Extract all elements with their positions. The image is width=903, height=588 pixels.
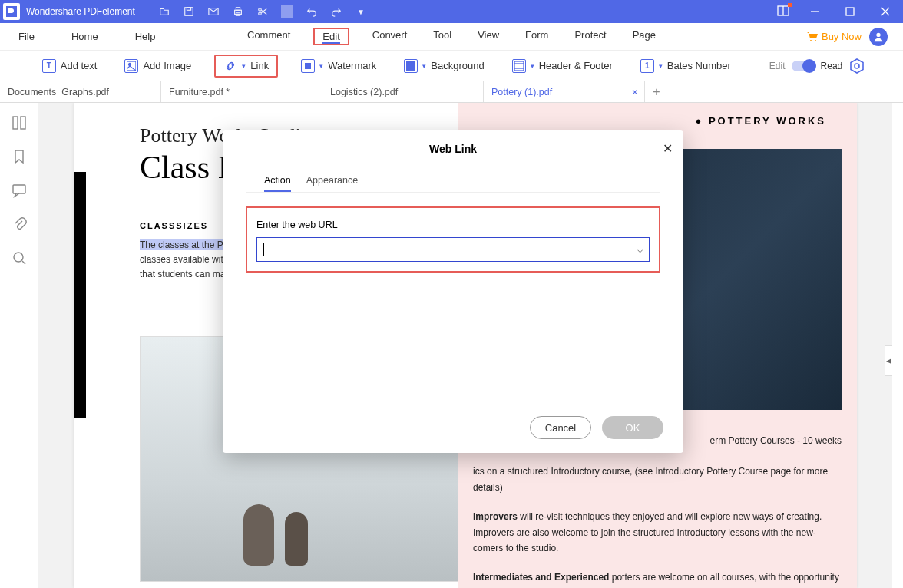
tool-add-text[interactable]: T Add text (38, 58, 102, 74)
chevron-down-icon: ▾ (319, 62, 323, 70)
thumbnails-icon[interactable] (12, 115, 27, 130)
scissors-icon[interactable] (256, 5, 269, 18)
dialog-tab-appearance[interactable]: Appearance (306, 170, 358, 192)
menu-file[interactable]: File (15, 29, 38, 44)
undo-icon[interactable] (306, 5, 318, 18)
dialog-ok-button[interactable]: OK (602, 416, 663, 439)
maximize-button[interactable] (832, 0, 868, 23)
settings-hex-icon[interactable] (848, 58, 865, 74)
dialog-close-button[interactable]: ✕ (663, 141, 673, 156)
tool-watermark-label: Watermark (328, 60, 376, 71)
save-icon[interactable] (183, 5, 195, 18)
menu-convert[interactable]: Convert (369, 28, 411, 45)
link-icon (223, 59, 237, 73)
print-icon[interactable] (232, 5, 244, 18)
chevron-down-icon: ▾ (422, 62, 426, 70)
buy-now-link[interactable]: Buy Now (806, 31, 862, 43)
dropdown-icon[interactable]: ▼ (355, 5, 367, 18)
title-tool-icons: ▼ (158, 5, 367, 18)
url-input[interactable] (264, 244, 637, 256)
menu-edit-highlighted[interactable]: Edit (313, 28, 349, 45)
doc-brand: ● POTTERY WORKS (695, 115, 826, 127)
tool-header-footer-label: Header & Footer (539, 60, 613, 71)
menubar: File Home Help Comment Edit Convert Tool… (0, 23, 903, 51)
mode-edit-label: Edit (769, 61, 786, 71)
menu-protect[interactable]: Protect (571, 28, 609, 45)
tool-add-image[interactable]: Add Image (120, 58, 196, 74)
svg-rect-5 (236, 8, 240, 11)
toggle-switch[interactable] (792, 61, 815, 71)
svg-point-30 (14, 253, 23, 262)
menu-form[interactable]: Form (522, 28, 551, 45)
doc-tab-2[interactable]: Furniture.pdf * (161, 81, 322, 102)
attachment-icon[interactable] (12, 216, 27, 232)
split-view-icon[interactable] (777, 5, 789, 18)
bookmark-icon[interactable] (12, 149, 27, 164)
search-icon[interactable] (12, 250, 27, 266)
url-dropdown-icon[interactable]: ⌵ (637, 244, 643, 255)
tool-header-footer[interactable]: ▾ Header & Footer (508, 58, 617, 74)
svg-point-16 (815, 40, 816, 41)
text-icon: T (42, 59, 56, 73)
add-tab-button[interactable]: + (645, 81, 668, 102)
menu-tool[interactable]: Tool (430, 28, 455, 45)
doc-tab-label: Documents_Graphs.pdf (8, 87, 109, 97)
image-icon (124, 59, 138, 73)
dialog-url-section-highlighted: Enter the web URL ⌵ (246, 206, 660, 273)
menu-page[interactable]: Page (630, 28, 659, 45)
tool-background[interactable]: ▾ Background (399, 58, 488, 74)
watermark-icon (301, 59, 315, 73)
menu-view[interactable]: View (475, 28, 502, 45)
menu-help[interactable]: Help (132, 29, 159, 44)
tool-link-label: Link (250, 60, 269, 71)
avatar[interactable] (869, 28, 888, 46)
mode-read-label: Read (821, 61, 843, 71)
tool-bates[interactable]: 1 ▾ Bates Number (636, 58, 736, 74)
menu-edit[interactable]: Edit (322, 31, 339, 44)
page-decor-strip (74, 172, 86, 418)
redo-icon[interactable] (330, 5, 342, 18)
left-rail (0, 103, 38, 588)
mode-toggle[interactable]: Edit Read (769, 58, 865, 74)
doc-tab-label: Pottery (1).pdf (491, 87, 552, 97)
dialog-title: Web Link (223, 130, 683, 163)
mail-icon[interactable] (207, 5, 220, 18)
close-tab-icon[interactable]: × (632, 86, 638, 98)
menu-home[interactable]: Home (68, 29, 101, 44)
tool-add-image-label: Add Image (143, 60, 191, 71)
svg-rect-29 (13, 185, 25, 193)
minimize-button[interactable] (797, 0, 832, 23)
dialog-tabs: Action Appearance (246, 170, 660, 193)
open-icon[interactable] (158, 5, 170, 18)
svg-marker-25 (851, 59, 863, 73)
app-logo (3, 3, 20, 20)
chevron-down-icon: ▾ (659, 62, 663, 70)
dialog-tab-action[interactable]: Action (264, 170, 291, 192)
tool-add-text-label: Add text (61, 60, 98, 71)
svg-rect-22 (514, 61, 524, 71)
svg-rect-2 (187, 8, 190, 11)
dialog-cancel-button[interactable]: Cancel (530, 416, 591, 439)
right-rail (892, 103, 903, 588)
doc-tab-label: Furniture.pdf * (169, 87, 230, 97)
svg-point-7 (259, 8, 262, 12)
web-link-dialog: Web Link ✕ Action Appearance Enter the w… (223, 130, 683, 453)
comment-panel-icon[interactable] (12, 183, 27, 198)
bates-icon: 1 (640, 59, 654, 73)
expand-right-handle[interactable]: ◀ (885, 345, 892, 376)
menu-comment[interactable]: Comment (244, 28, 293, 45)
url-input-wrap[interactable]: ⌵ (256, 237, 650, 262)
chevron-down-icon: ▾ (242, 62, 246, 70)
svg-rect-20 (305, 63, 311, 69)
tool-link-highlighted[interactable]: ▾ Link (214, 55, 278, 78)
doc-tab-3[interactable]: Logistics (2).pdf (322, 81, 484, 102)
edit-toolbar: T Add text Add Image ▾ Link ▾ Watermark … (0, 51, 903, 81)
doc-tab-4-active[interactable]: Pottery (1).pdf× (484, 81, 645, 102)
url-input-label: Enter the web URL (256, 220, 338, 230)
buy-now-label: Buy Now (822, 31, 862, 42)
doc-tab-1[interactable]: Documents_Graphs.pdf (0, 81, 161, 102)
tool-watermark[interactable]: ▾ Watermark (296, 58, 381, 74)
svg-point-15 (810, 40, 812, 41)
close-window-button[interactable] (868, 0, 903, 23)
svg-rect-27 (13, 117, 18, 129)
